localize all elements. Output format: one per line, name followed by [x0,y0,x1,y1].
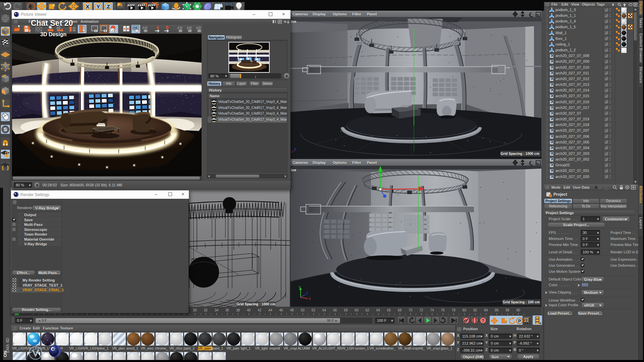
svg-text:60: 60 [355,308,359,312]
svg-text:82: 82 [473,308,477,312]
svg-text:B: B [127,27,129,31]
svg-text:ive: ive [291,19,296,23]
svg-text:78: 78 [452,308,456,312]
svg-text:90: 90 [517,308,521,312]
svg-text:Y: Y [97,4,100,9]
svg-text:52: 52 [312,308,316,312]
svg-text:A: A [156,25,159,30]
svg-text:Z: Z [294,148,296,152]
svg-text:Y: Y [299,286,301,289]
svg-text:ive: ive [291,168,296,172]
svg-text:AB: AB [142,26,148,30]
svg-text:A: A [124,27,126,31]
svg-text:84: 84 [484,308,488,312]
svg-text:54: 54 [322,308,326,312]
svg-text:68: 68 [398,308,402,312]
svg-text:74: 74 [430,308,434,312]
svg-text:B: B [166,25,169,30]
svg-text:48: 48 [290,308,294,312]
svg-text:X: X [309,297,311,301]
svg-text:AB: AB [177,26,182,30]
svg-text:AB: AB [133,26,138,29]
svg-text:?: ? [482,318,484,323]
svg-text:44: 44 [268,308,272,312]
svg-text:40: 40 [247,308,251,312]
svg-text:70: 70 [409,308,413,312]
svg-text:?: ? [29,29,31,33]
svg-text:x: x [291,150,293,154]
svg-text:36: 36 [225,308,229,312]
svg-text:Z: Z [306,292,308,295]
svg-text:32: 32 [204,308,208,312]
svg-text:50: 50 [301,308,305,312]
svg-text:34: 34 [215,308,219,312]
svg-text:86: 86 [495,308,499,312]
svg-text:58: 58 [344,308,348,312]
svg-text:Grid Spacing : 100 cm: Grid Spacing : 100 cm [503,300,540,304]
svg-text:38: 38 [236,308,240,312]
svg-text:X: X [86,4,89,9]
svg-text:42: 42 [258,308,262,312]
svg-text:AB: AB [186,26,192,30]
svg-text:P: P [518,318,521,323]
svg-text:Grid Spacing : 1000 cm: Grid Spacing : 1000 cm [500,152,539,156]
svg-text:72: 72 [419,308,423,312]
svg-text:46: 46 [279,308,283,312]
svg-text:88: 88 [505,308,509,312]
svg-text:80: 80 [463,308,467,312]
svg-text:64: 64 [376,308,380,312]
svg-text:AB: AB [196,26,201,30]
svg-text:Grid Spacing : 1000 cm: Grid Spacing : 1000 cm [236,302,275,306]
svg-text:66: 66 [387,308,391,312]
svg-text:76: 76 [441,308,445,312]
svg-text:Z: Z [107,4,110,9]
svg-text:62: 62 [366,308,370,312]
svg-text:56: 56 [333,308,337,312]
svg-text:30: 30 [193,308,197,312]
svg-text:S: S [4,126,7,132]
